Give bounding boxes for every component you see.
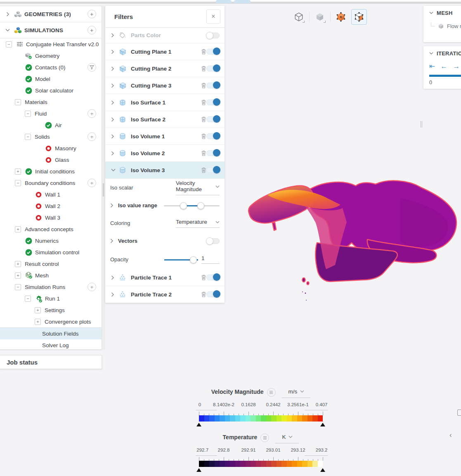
collapse-box[interactable]: −	[25, 111, 31, 117]
chevron-right-icon[interactable]	[111, 33, 116, 38]
delete-button[interactable]	[201, 49, 206, 55]
tree-item-model[interactable]: Model	[0, 73, 102, 85]
legend-unit-select[interactable]: K	[275, 430, 299, 443]
delete-button[interactable]	[201, 133, 206, 140]
tree-item-conjugate-heat-transfer-v2-0[interactable]: −Conjugate Heat Transfer v2.0	[0, 38, 102, 50]
job-status-panel[interactable]: Job status	[0, 355, 102, 369]
tree-item-wall-3[interactable]: Wall 3	[0, 212, 102, 223]
box-tool-icon[interactable]	[457, 410, 461, 416]
chevron-down-icon[interactable]	[429, 52, 433, 55]
collapse-box[interactable]: −	[25, 296, 31, 302]
chevron-down-icon[interactable]	[111, 168, 116, 172]
tree-item-solids[interactable]: −Solids+	[0, 131, 102, 142]
browser-tab[interactable]	[234, 0, 251, 3]
collapse-box[interactable]: −	[25, 134, 31, 140]
filter-row-parts-color[interactable]: Parts Color	[105, 28, 225, 43]
filter-button[interactable]	[87, 63, 96, 72]
tree-item-masonry[interactable]: Masonry	[0, 142, 102, 154]
opacity-value[interactable]: 1	[201, 255, 220, 264]
coloring-select[interactable]: Temperature	[176, 219, 220, 228]
tree-item-simulation-runs[interactable]: −Simulation Runs+	[0, 281, 102, 293]
tree-item-simulations[interactable]: SIMULATIONS+	[0, 22, 102, 38]
filter-row-iso-surface-2[interactable]: Iso Surface 2	[105, 111, 225, 128]
range-min-handle[interactable]	[196, 468, 201, 472]
tree-item-glass[interactable]: Glass	[0, 154, 102, 166]
expand-box[interactable]: +	[15, 168, 21, 175]
tree-item-fluid[interactable]: −Fluid+	[0, 108, 102, 119]
legend-menu-icon[interactable]	[267, 388, 276, 397]
chevron-right-icon[interactable]	[111, 117, 116, 122]
tree-item-solution-fields[interactable]: Solution Fields	[0, 327, 102, 339]
delete-button[interactable]	[201, 275, 206, 281]
delete-button[interactable]	[201, 116, 206, 123]
visibility-toggle[interactable]	[206, 150, 220, 156]
visibility-toggle[interactable]	[206, 116, 220, 122]
browser-tab[interactable]	[216, 0, 232, 3]
iso-scalar-select[interactable]: Velocity Magnitude	[176, 180, 220, 195]
visibility-toggle[interactable]	[206, 167, 220, 173]
tree-item-materials[interactable]: −Materials	[0, 96, 102, 108]
collapse-box[interactable]: −	[15, 180, 21, 186]
filter-row-iso-volume-3[interactable]: Iso Volume 3	[105, 162, 225, 179]
panel-resize-handle[interactable]	[421, 121, 421, 128]
chevron-right-icon[interactable]	[111, 151, 116, 156]
add-button[interactable]: +	[87, 283, 96, 291]
expand-box[interactable]: +	[35, 319, 41, 325]
tree-item-wall-1[interactable]: Wall 1	[0, 189, 102, 200]
tree-item-run-1[interactable]: −Run 1	[0, 293, 102, 304]
expand-box[interactable]: +	[15, 226, 21, 232]
delete-button[interactable]	[201, 66, 206, 72]
chevron-right-icon[interactable]	[111, 134, 116, 139]
face-select-button[interactable]	[351, 9, 367, 25]
chevron-left-icon[interactable]: ‹	[449, 431, 452, 439]
tree-item-settings[interactable]: +Settings	[0, 304, 102, 316]
add-button[interactable]: +	[87, 133, 96, 141]
surface-select-button[interactable]	[333, 9, 349, 25]
visibility-toggle[interactable]	[206, 99, 220, 105]
tree-item-solver-log[interactable]: Solver Log	[0, 339, 102, 351]
visibility-toggle[interactable]	[206, 291, 220, 297]
visibility-toggle[interactable]	[206, 83, 220, 88]
tree-item-wall-2[interactable]: Wall 2	[0, 200, 102, 212]
legend-menu-icon[interactable]	[260, 433, 269, 442]
opacity-slider[interactable]	[164, 256, 198, 263]
expand-box[interactable]: +	[15, 261, 21, 267]
visibility-toggle[interactable]	[206, 133, 220, 139]
filter-row-iso-surface-1[interactable]: Iso Surface 1	[105, 94, 225, 111]
tree-item-mesh[interactable]: +Mesh	[0, 270, 102, 281]
chevron-right-icon[interactable]	[110, 203, 115, 208]
mesh-item-flow-region[interactable]: Flow r	[423, 20, 461, 32]
tree-item-geometries-3[interactable]: GEOMETRIES (3)+	[0, 6, 102, 22]
expand-box[interactable]: +	[35, 307, 41, 313]
filter-row-particle-trace-1[interactable]: Particle Trace 1	[105, 269, 225, 286]
visibility-toggle[interactable]	[206, 66, 220, 71]
filter-row-iso-volume-2[interactable]: Iso Volume 2	[105, 145, 225, 162]
chevron-right-icon[interactable]	[111, 275, 116, 280]
opacity-handle[interactable]	[190, 256, 197, 263]
chevron-right-icon[interactable]	[111, 50, 116, 54]
collapse-box[interactable]: −	[15, 284, 21, 290]
first-iteration-button[interactable]: ⇤	[429, 62, 435, 71]
tree-item-contacts-0[interactable]: Contacts (0)	[0, 62, 102, 73]
legend-unit-select[interactable]: m/s	[281, 385, 311, 398]
add-button[interactable]: +	[87, 10, 96, 19]
tree-item-geometry[interactable]: Geometry	[0, 50, 102, 62]
tree-item-air[interactable]: Air	[0, 119, 102, 131]
chevron-right-icon[interactable]	[110, 239, 115, 243]
previous-iteration-button[interactable]: ←	[440, 62, 447, 71]
chevron-right-icon[interactable]	[111, 66, 116, 71]
filter-row-iso-volume-1[interactable]: Iso Volume 1	[105, 128, 225, 145]
chevron-down-icon[interactable]	[5, 28, 10, 33]
sidebar-resize-handle[interactable]	[102, 6, 105, 350]
range-handle-max[interactable]	[197, 202, 204, 209]
next-iteration-button[interactable]: →	[453, 62, 460, 71]
wireframe-view-button[interactable]	[291, 9, 307, 25]
filter-row-particle-trace-2[interactable]: Particle Trace 2	[105, 286, 225, 303]
tree-item-solar-calculator[interactable]: Solar calculator	[0, 85, 102, 96]
delete-button[interactable]	[201, 99, 206, 106]
filter-row-cutting-plane-3[interactable]: Cutting Plane 3	[105, 77, 225, 94]
chevron-right-icon[interactable]	[111, 100, 116, 105]
visibility-toggle[interactable]	[206, 33, 220, 38]
iteration-progress-bar[interactable]	[429, 75, 461, 77]
chevron-right-icon[interactable]	[111, 292, 116, 297]
